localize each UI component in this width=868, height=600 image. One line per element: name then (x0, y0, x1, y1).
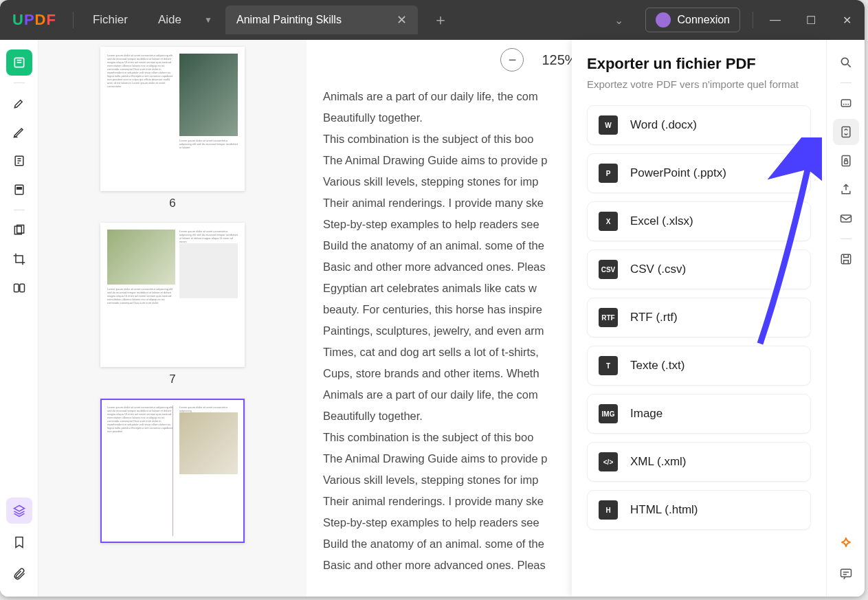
menu-file[interactable]: Fichier (78, 13, 143, 27)
zoom-out-button[interactable]: − (500, 48, 524, 71)
export-xml[interactable]: </>XML (.xml) (587, 442, 811, 482)
rtf-icon: RTF (599, 308, 618, 327)
login-button[interactable]: Connexion (645, 8, 741, 32)
comment-button[interactable] (833, 561, 859, 587)
tab-dropdown[interactable]: ▼ (197, 10, 220, 30)
svg-rect-6 (14, 284, 19, 292)
separator (841, 82, 852, 83)
right-toolbar (826, 40, 865, 597)
export-csv[interactable]: CSVCSV (.csv) (587, 249, 811, 289)
bookmark-button[interactable] (6, 529, 32, 555)
tab-close-icon[interactable]: ✕ (397, 12, 407, 27)
protect-button[interactable] (833, 148, 859, 174)
pages-button[interactable] (6, 148, 32, 174)
export-powerpoint[interactable]: PPowerPoint (.pptx) (587, 153, 811, 193)
svg-rect-3 (16, 188, 21, 190)
svg-rect-2 (15, 185, 23, 194)
export-format-list: WWord (.docx) PPowerPoint (.pptx) XExcel… (587, 105, 811, 530)
tab-overflow-icon[interactable]: ⌄ (601, 14, 637, 27)
export-html[interactable]: HHTML (.html) (587, 490, 811, 530)
export-label: XML (.xml) (630, 455, 687, 469)
svg-rect-7 (19, 284, 24, 292)
left-toolbar (0, 40, 38, 597)
app-logo: UPDF (0, 11, 69, 29)
thumbnails-panel[interactable]: Lorem ipsum dolor sit amet consectetur a… (38, 40, 307, 597)
organize-icon (12, 223, 26, 237)
organize-button[interactable] (6, 217, 32, 243)
svg-rect-13 (841, 215, 851, 222)
export-text[interactable]: TTexte (.txt) (587, 346, 811, 386)
export-label: CSV (.csv) (630, 263, 686, 276)
export-panel: Exporter un fichier PDF Exportez votre P… (572, 40, 826, 597)
maximize-button[interactable]: ☐ (793, 6, 829, 34)
reader-mode-button[interactable] (6, 49, 32, 76)
layers-button[interactable] (6, 498, 32, 524)
export-subtitle: Exportez votre PDF vers n'importe quel f… (587, 78, 811, 90)
separator (14, 210, 25, 210)
redact-button[interactable] (6, 177, 32, 203)
document-view: − 125% ▼ + Animals are a part of our dai… (307, 40, 826, 597)
export-label: Excel (.xlsx) (630, 214, 693, 228)
menu-help[interactable]: Aide (143, 13, 197, 27)
svg-rect-9 (841, 100, 850, 107)
thumbnail-page-8[interactable]: Lorem ipsum dolor sit amet consectetur a… (66, 399, 279, 543)
email-button[interactable] (833, 205, 859, 232)
convert-button[interactable] (833, 119, 859, 145)
html-icon: H (599, 500, 618, 520)
app-window: UPDF Fichier Aide ▼ Animal Painting Skil… (0, 0, 865, 597)
highlighter-icon (12, 96, 26, 110)
export-image[interactable]: IMGImage (587, 394, 811, 434)
edit-button[interactable] (6, 119, 32, 145)
thumbnail-page-6[interactable]: Lorem ipsum dolor sit amet consectetur a… (66, 47, 279, 210)
sparkle-icon (839, 535, 853, 549)
crop-button[interactable] (6, 246, 32, 272)
export-label: PowerPoint (.pptx) (630, 166, 726, 180)
svg-rect-12 (844, 161, 847, 164)
titlebar: UPDF Fichier Aide ▼ Animal Painting Skil… (0, 0, 865, 40)
word-icon: W (599, 115, 618, 135)
share-button[interactable] (833, 177, 859, 203)
search-icon (839, 56, 853, 69)
search-button[interactable] (833, 49, 859, 76)
paperclip-icon (12, 567, 26, 581)
new-tab-button[interactable]: ＋ (433, 10, 448, 30)
page-number: 7 (66, 373, 279, 386)
comment-icon (839, 567, 853, 581)
avatar-icon (656, 12, 671, 27)
export-label: Image (630, 407, 663, 421)
close-button[interactable]: ✕ (829, 6, 865, 34)
ocr-icon (839, 96, 853, 110)
ai-button[interactable] (833, 529, 859, 555)
book-icon (12, 56, 26, 69)
layers-icon (12, 504, 26, 518)
lock-file-icon (839, 154, 853, 168)
separator (841, 238, 852, 239)
window-controls: ― ☐ ✕ (757, 6, 865, 34)
highlight-button[interactable] (6, 90, 32, 116)
csv-icon: CSV (599, 260, 618, 279)
svg-rect-14 (841, 254, 850, 263)
save-icon (839, 252, 853, 266)
pen-icon (12, 125, 26, 139)
compare-icon (12, 281, 26, 295)
export-word[interactable]: WWord (.docx) (587, 105, 811, 145)
page-number: 6 (66, 197, 279, 210)
thumbnail-page-7[interactable]: Lorem ipsum dolor sit amet consectetur a… (66, 223, 279, 386)
separator (14, 82, 25, 83)
export-rtf[interactable]: RTFRTF (.rtf) (587, 298, 811, 337)
excel-icon: X (599, 212, 618, 231)
tab-title: Animal Painting Skills (236, 14, 342, 26)
separator (73, 12, 74, 28)
compare-button[interactable] (6, 275, 32, 301)
export-label: HTML (.html) (630, 503, 698, 517)
ocr-button[interactable] (833, 90, 859, 116)
crop-icon (12, 252, 26, 266)
export-excel[interactable]: XExcel (.xlsx) (587, 201, 811, 241)
minimize-button[interactable]: ― (757, 6, 793, 34)
attachment-button[interactable] (6, 561, 32, 587)
separator (753, 12, 753, 28)
text-icon: T (599, 356, 618, 375)
document-tab[interactable]: Animal Painting Skills ✕ (225, 5, 418, 34)
convert-icon (839, 125, 853, 139)
save-button[interactable] (833, 246, 859, 272)
